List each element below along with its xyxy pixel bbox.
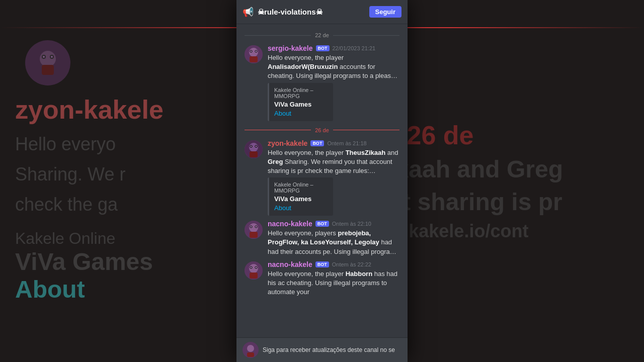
message-content-3: nacno-kakele BOT Ontem às 22:10 Hello ev… [268, 220, 399, 256]
messages-area[interactable]: 22 de sergio-kakele BOT [236, 24, 408, 337]
message-text-3: Hello everyone, players prebojeba, ProgF… [268, 229, 399, 256]
svg-rect-5 [42, 65, 54, 75]
bg-viva: ViVa Games [15, 248, 221, 276]
follow-button[interactable]: Seguir [369, 6, 401, 18]
svg-point-31 [251, 266, 252, 267]
embed-about-2[interactable]: About [274, 204, 328, 212]
svg-point-4 [51, 56, 53, 58]
avatar-zyon [245, 140, 263, 158]
message-content-1: sergio-kakele BOT 22/01/2023 21:21 Hello… [268, 44, 399, 121]
svg-point-35 [247, 345, 254, 352]
svg-point-18 [256, 145, 257, 146]
date-divider-text-26: 26 de [315, 127, 329, 133]
divider-line-right [333, 35, 399, 36]
message-4: nacno-kakele BOT Ontem às 22:22 Hello ev… [236, 258, 408, 299]
avatar-nacno-1 [245, 221, 263, 239]
bg-right-date: 26 de [407, 120, 474, 150]
username-nacno-1: nacno-kakele [268, 220, 312, 228]
bg-text-2: Sharing. We r [15, 164, 221, 185]
divider-line-left [245, 35, 311, 36]
embed-title-2: ViVa Games [274, 195, 328, 203]
message-time-2: Ontem às 21:18 [327, 140, 366, 146]
bg-kakele: Kakele Online [15, 229, 221, 248]
svg-point-10 [251, 51, 252, 52]
notification-avatar [243, 342, 259, 358]
message-header-2: zyon-kakele BOT Ontem às 21:18 [268, 139, 399, 147]
date-divider-text-22: 22 de [315, 32, 329, 38]
svg-point-32 [256, 266, 257, 267]
svg-point-17 [251, 145, 252, 146]
message-header-4: nacno-kakele BOT Ontem às 22:22 [268, 260, 399, 268]
svg-point-0 [40, 51, 56, 67]
message-header-1: sergio-kakele BOT 22/01/2023 21:21 [268, 44, 399, 52]
bg-text-1: Hello everyo [15, 134, 221, 155]
svg-point-24 [251, 226, 252, 227]
channel-name: ☠rule-violations☠ [258, 8, 323, 17]
svg-rect-36 [247, 352, 254, 357]
avatar-sergio [245, 45, 263, 63]
svg-rect-26 [250, 232, 258, 238]
date-divider-26: 26 de [236, 123, 408, 137]
message-time-3: Ontem às 22:10 [332, 221, 371, 227]
panel-header: 📢 ☠rule-violations☠ Seguir [236, 0, 408, 24]
svg-point-11 [256, 51, 257, 52]
divider-line-26-right [333, 130, 399, 130]
bot-badge-3: BOT [315, 221, 329, 227]
bg-left-panel: zyon-kakele Hello everyo Sharing. We r c… [0, 0, 236, 362]
embed-title-1: ViVa Games [274, 101, 328, 108]
message-text-1: Hello everyone, the player AnalisadorW(B… [268, 53, 399, 81]
bot-badge-2: BOT [310, 140, 324, 146]
message-content-4: nacno-kakele BOT Ontem às 22:22 Hello ev… [268, 260, 399, 297]
bg-text-3: check the ga [15, 194, 221, 215]
date-divider-22: 22 de [236, 28, 408, 42]
embed-2: Kakele Online – MMORPG ViVa Games About [268, 177, 333, 216]
message-time-4: Ontem às 22:22 [332, 261, 371, 267]
embed-site-2: Kakele Online – MMORPG [274, 182, 328, 194]
bot-badge-1: BOT [316, 45, 330, 51]
svg-rect-33 [250, 273, 258, 279]
svg-rect-12 [250, 56, 258, 62]
svg-rect-19 [250, 151, 258, 157]
message-1: sergio-kakele BOT 22/01/2023 21:21 Hello… [236, 42, 408, 123]
notification-bar: Siga para receber atualizações deste can… [236, 337, 408, 362]
notification-text: Siga para receber atualizações deste can… [263, 346, 401, 353]
svg-point-25 [256, 226, 257, 227]
message-header-3: nacno-kakele BOT Ontem às 22:10 [268, 220, 399, 228]
message-2: zyon-kakele BOT Ontem às 21:18 Hello eve… [236, 137, 408, 218]
username-sergio: sergio-kakele [268, 44, 313, 52]
divider-line-26-left [245, 130, 311, 130]
message-time-1: 22/01/2023 21:21 [333, 45, 376, 51]
bg-username: zyon-kakele [15, 95, 221, 125]
username-nacno-2: nacno-kakele [268, 260, 312, 268]
discord-panel: 📢 ☠rule-violations☠ Seguir 22 de [236, 0, 408, 362]
avatar-nacno-2 [245, 261, 263, 280]
message-text-4: Hello everyone, the player Habborn has h… [268, 269, 399, 297]
bg-about: About [15, 276, 221, 303]
embed-site-1: Kakele Online – MMORPG [274, 87, 328, 99]
message-content-2: zyon-kakele BOT Ontem às 21:18 Hello eve… [268, 139, 399, 216]
message-3: nacno-kakele BOT Ontem às 22:10 Hello ev… [236, 218, 408, 258]
embed-1: Kakele Online – MMORPG ViVa Games About [268, 83, 333, 121]
bg-avatar [25, 40, 70, 85]
message-text-2: Hello everyone, the player TheusZikaah a… [268, 148, 399, 176]
svg-point-3 [43, 56, 45, 58]
username-zyon: zyon-kakele [268, 139, 307, 147]
bot-badge-4: BOT [315, 261, 329, 267]
embed-about-1[interactable]: About [274, 110, 328, 117]
megaphone-icon: 📢 [243, 7, 254, 18]
